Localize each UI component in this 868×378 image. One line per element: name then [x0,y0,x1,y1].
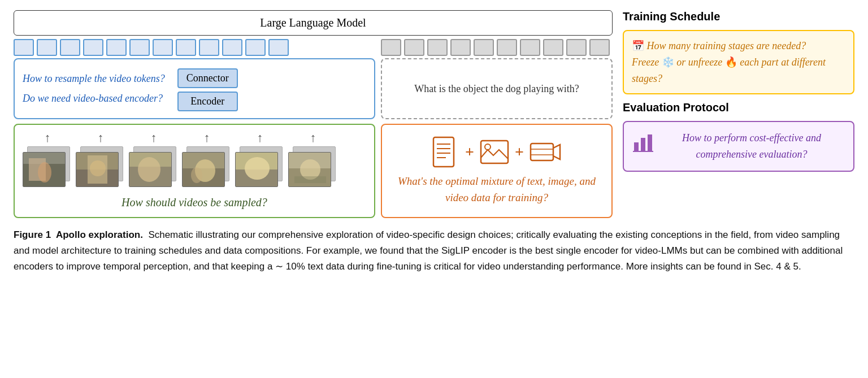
gray-token-5 [474,39,494,56]
plus-icon-1: + [465,143,474,161]
svg-point-28 [485,144,491,150]
data-icons-row: + + [432,136,561,168]
plus-icon-2: + [515,143,524,161]
blue-token-6 [129,39,150,56]
blue-question-box: How to resample the video tokens? Do we … [14,58,375,119]
figure-label: Figure 1 Apollo exploration. [14,229,146,240]
blue-token-11 [245,39,266,56]
svg-point-3 [38,162,51,183]
image-icon [480,140,509,164]
connector-button: Connector [177,68,238,88]
gray-token-1 [381,39,401,56]
blue-question1-text: How to resample the video tokens? [23,71,165,86]
gray-question-box: What is the object the dog playing with? [381,58,613,119]
blue-token-3 [60,39,80,56]
llm-box: Large Language Model [14,10,613,36]
svg-point-10 [138,157,160,182]
svg-rect-34 [648,134,652,151]
blue-section: How to resample the video tokens? Do we … [14,39,375,119]
figure-number: Figure 1 [14,229,51,240]
blue-token-1 [14,39,34,56]
video-icon [530,140,561,164]
figure-title: Apollo exploration. [56,229,143,240]
freeze-icon: ❄️ [662,57,677,68]
blue-question2-text: Do we need video-based encoder? [23,91,165,106]
gray-token-8 [543,39,563,56]
svg-point-14 [191,167,202,183]
training-schedule-text: 📅 How many training stages are needed? F… [632,38,845,86]
gray-token-3 [427,39,448,56]
gray-question-text: What is the object the dog playing with? [414,83,579,95]
blue-token-12 [268,39,289,56]
arrow-up-1: ↑ [45,131,51,145]
svg-rect-29 [531,144,553,160]
bottom-row: ↑ [14,124,613,218]
orange-data-box: + + What's the o [381,124,613,218]
gray-token-2 [404,39,424,56]
orange-question-text: What's the optimal mixture of text, imag… [390,173,604,206]
figure-caption: Figure 1 Apollo exploration. Schematic i… [14,227,854,275]
blue-token-7 [153,39,173,56]
evaluation-text: How to perform cost-effective and compre… [659,130,844,163]
training-schedule-box: 📅 How many training stages are needed? F… [623,30,854,94]
green-question-text: How should videos be sampled? [23,196,366,209]
svg-point-17 [245,157,270,180]
blue-token-2 [37,39,57,56]
llm-label: Large Language Model [260,16,366,29]
freeze-text: Freeze [632,57,659,68]
blue-token-5 [106,39,127,56]
blue-token-4 [83,39,103,56]
green-video-box: ↑ [14,124,375,218]
evaluation-protocol-box: How to perform cost-effective and compre… [623,121,854,172]
blue-tokens-row [14,39,375,56]
encoder-button: Encoder [177,92,238,111]
bar-chart-icon [633,132,653,155]
training-schedule-title: Training Schedule [623,10,720,23]
gray-token-4 [450,39,471,56]
svg-point-7 [90,160,106,176]
svg-rect-27 [481,141,508,163]
connector-encoder-col: Connector Encoder [177,68,238,111]
gray-token-6 [497,39,517,56]
svg-rect-32 [634,142,639,151]
gray-tokens-row [381,39,613,56]
evaluation-protocol-title: Evaluation Protocol [623,101,729,114]
document-icon [432,136,459,168]
right-sidebar: Training Schedule 📅 How many training st… [623,10,854,218]
gray-section: What is the object the dog playing with? [381,39,613,119]
calendar-icon: 📅 [632,40,644,51]
gray-token-9 [566,39,587,56]
fire-icon: 🔥 [725,57,740,68]
unfreeze-text: or unfreeze [676,57,722,68]
gray-token-7 [520,39,540,56]
training-stages-text: How many training stages are needed? [647,40,806,51]
blue-token-9 [199,39,219,56]
svg-rect-33 [641,138,645,151]
blue-token-8 [176,39,196,56]
evaluation-protocol-section: Evaluation Protocol How to perform cost-… [623,101,854,172]
gray-token-10 [589,39,610,56]
svg-rect-22 [433,137,454,167]
training-schedule-section: Training Schedule 📅 How many training st… [623,10,854,94]
blue-token-10 [222,39,242,56]
svg-rect-21 [294,176,326,183]
